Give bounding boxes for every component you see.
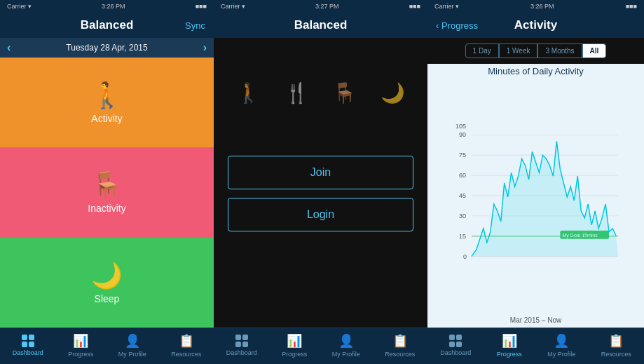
phone1-nav-dashboard[interactable]: Dashboard xyxy=(13,335,43,356)
phone1-inactivity-label: Inactivity xyxy=(88,203,125,214)
phone1-nav-resources-label: Resources xyxy=(171,351,201,358)
phone3-time-filters: 1 Day 1 Week 3 Months All xyxy=(427,38,644,64)
phone1-next-button[interactable]: › xyxy=(203,41,207,54)
chair-icon: 🪑 xyxy=(91,170,123,200)
dashboard-icon2 xyxy=(235,335,248,347)
y-label-90: 90 xyxy=(459,131,466,138)
phone3-back-button[interactable]: ‹ Progress xyxy=(436,20,478,31)
phone2-nav-progress-label: Progress xyxy=(282,351,307,358)
phone1-prev-button[interactable]: ‹ xyxy=(7,41,11,54)
dashboard-icon3 xyxy=(449,335,462,347)
phone3-status-bar: Carrier ▾ 3:26 PM ■■■ xyxy=(427,0,644,13)
phone3-nav-progress[interactable]: 📊 Progress xyxy=(497,333,522,358)
walking-icon: 🚶 xyxy=(91,81,123,110)
phone2-buttons-area: Join Login xyxy=(214,149,427,245)
phone3-nav-dashboard[interactable]: Dashboard xyxy=(440,335,471,356)
moon-icon: 🌙 xyxy=(91,261,123,290)
phone1-nav-myprofile-label: My Profile xyxy=(118,351,146,358)
phone2-nav-resources-label: Resources xyxy=(385,351,415,358)
y-label-0: 0 xyxy=(463,253,467,260)
phone1-frame: Carrier ▾ 3:26 PM ■■■ Balanced Sync ‹ Tu… xyxy=(0,0,214,364)
phone1-time: 3:26 PM xyxy=(102,3,125,10)
phone2-status-bar: Carrier ▾ 3:27 PM ■■■ xyxy=(214,0,427,13)
phone1-nav-dashboard-label: Dashboard xyxy=(13,349,43,356)
phone2-moon-icon: 🌙 xyxy=(381,81,405,105)
phone2-nav-resources[interactable]: 📋 Resources xyxy=(385,333,415,358)
phone3-nav-progress-label: Progress xyxy=(497,351,522,358)
phone3-frame: Carrier ▾ 3:26 PM ■■■ ‹ Progress Activit… xyxy=(427,0,644,364)
resources-icon3: 📋 xyxy=(608,333,624,349)
y-label-105: 105 xyxy=(455,123,466,130)
filter-all[interactable]: All xyxy=(582,43,607,58)
phone2-battery: ■■■ xyxy=(409,3,420,10)
chart-title: Minutes of Daily Activity xyxy=(427,64,644,78)
progress-icon3: 📊 xyxy=(502,333,517,349)
phone1-date: Tuesday 28 Apr, 2015 xyxy=(66,43,147,53)
phone2-carrier: Carrier ▾ xyxy=(221,3,245,10)
phone3-carrier: Carrier ▾ xyxy=(434,3,459,10)
phone1-sleep-tile[interactable]: 🌙 Sleep xyxy=(0,238,214,328)
phone1-sync-button[interactable]: Sync xyxy=(185,20,205,31)
phone1-carrier: Carrier ▾ xyxy=(7,3,32,10)
phone3-nav-resources[interactable]: 📋 Resources xyxy=(601,333,631,358)
phone2-frame: Carrier ▾ 3:27 PM ■■■ Balanced 🚶 🍴 🪑 🌙 J… xyxy=(214,0,427,364)
phone3-nav-myprofile-label: My Profile xyxy=(547,351,575,358)
phone1-nav-progress[interactable]: 📊 Progress xyxy=(68,333,93,358)
phone2-nav-dashboard-label: Dashboard xyxy=(226,349,257,356)
phone1-header: Balanced Sync xyxy=(0,13,214,38)
phone3-nav-dashboard-label: Dashboard xyxy=(440,349,471,356)
phone1-sleep-label: Sleep xyxy=(95,293,120,304)
phone2-cutlery-icon: 🍴 xyxy=(285,81,309,105)
phone2-nav-progress[interactable]: 📊 Progress xyxy=(282,333,307,358)
chart-x-label: Mar 2015 – Now xyxy=(427,316,644,328)
phone1-battery: ■■■ xyxy=(196,3,207,10)
resources-icon: 📋 xyxy=(179,333,194,349)
y-label-30: 30 xyxy=(459,213,466,220)
phone2-title: Balanced xyxy=(294,18,348,32)
profile-icon3: 👤 xyxy=(554,333,569,349)
phone3-title: Activity xyxy=(514,18,557,32)
phone1-nav-myprofile[interactable]: 👤 My Profile xyxy=(118,333,146,358)
y-label-15: 15 xyxy=(459,233,466,240)
filter-1day[interactable]: 1 Day xyxy=(465,43,499,58)
phone3-nav-myprofile[interactable]: 👤 My Profile xyxy=(547,333,575,358)
phone1-inactivity-tile[interactable]: 🪑 Inactivity xyxy=(0,147,214,237)
phone3-nav-resources-label: Resources xyxy=(601,351,631,358)
activity-chart-svg: 0 15 30 45 60 75 90 105 My Goal 15mins xyxy=(452,81,619,299)
phone2-header: Balanced xyxy=(214,13,427,38)
phone1-nav-progress-label: Progress xyxy=(68,351,93,358)
y-label-75: 75 xyxy=(459,151,466,159)
phone2-icons-row: 🚶 🍴 🪑 🌙 xyxy=(214,38,427,149)
filter-3months[interactable]: 3 Months xyxy=(537,43,582,58)
progress-icon: 📊 xyxy=(73,333,88,349)
phone3-header: ‹ Progress Activity xyxy=(427,13,644,38)
phone2-nav-dashboard[interactable]: Dashboard xyxy=(226,335,257,356)
filter-1week[interactable]: 1 Week xyxy=(499,43,538,58)
phone1-nav-resources[interactable]: 📋 Resources xyxy=(171,333,201,358)
resources-icon2: 📋 xyxy=(392,333,408,349)
login-button[interactable]: Login xyxy=(228,198,413,231)
phone3-battery: ■■■ xyxy=(626,3,637,10)
phone3-chart-area: 0 15 30 45 60 75 90 105 My Goal 15mins xyxy=(427,78,644,316)
y-label-60: 60 xyxy=(459,172,466,179)
phone1-bottom-nav: Dashboard 📊 Progress 👤 My Profile 📋 Reso… xyxy=(0,328,214,364)
profile-icon: 👤 xyxy=(125,333,140,349)
phone1-date-nav: ‹ Tuesday 28 Apr, 2015 › xyxy=(0,38,214,58)
phone2-time: 3:27 PM xyxy=(315,3,339,10)
y-label-45: 45 xyxy=(459,192,466,199)
phone1-activity-tile[interactable]: 🚶 Activity xyxy=(0,58,214,147)
phone2-chair-icon: 🪑 xyxy=(332,81,357,105)
progress-icon2: 📊 xyxy=(287,333,302,349)
profile-icon2: 👤 xyxy=(338,333,354,349)
phone2-bottom-nav: Dashboard 📊 Progress 👤 My Profile 📋 Reso… xyxy=(214,328,427,364)
phone1-title: Balanced xyxy=(81,18,134,32)
phone2-nav-myprofile[interactable]: 👤 My Profile xyxy=(332,333,360,358)
dashboard-icon xyxy=(22,335,34,347)
phone3-bottom-nav: Dashboard 📊 Progress 👤 My Profile 📋 Reso… xyxy=(427,328,644,364)
phone1-main: 🚶 Activity 🪑 Inactivity 🌙 Sleep xyxy=(0,58,214,328)
phone1-activity-label: Activity xyxy=(91,113,122,124)
join-button[interactable]: Join xyxy=(228,156,413,189)
phone3-time: 3:26 PM xyxy=(530,3,554,10)
chart-fill xyxy=(472,141,618,256)
phone2-nav-myprofile-label: My Profile xyxy=(332,351,360,358)
